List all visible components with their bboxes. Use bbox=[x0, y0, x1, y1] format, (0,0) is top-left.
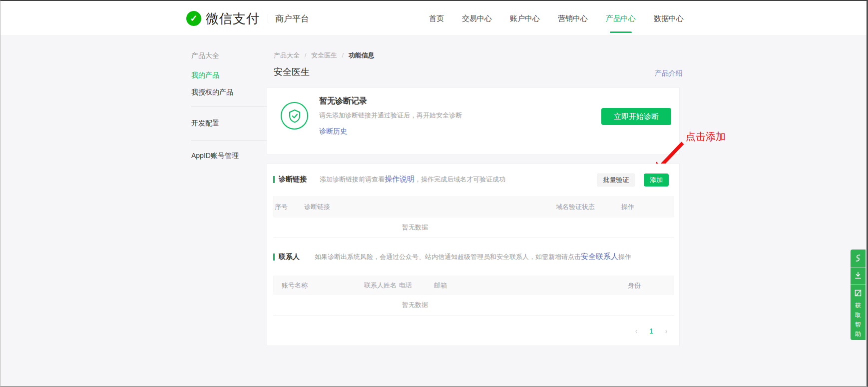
empty-data-row: 暂无数据 bbox=[273, 295, 674, 316]
sidebar-item-all-products[interactable]: 产品大全 bbox=[191, 52, 219, 60]
top-header: ✓ 微信支付 商户平台 首页 交易中心 账户中心 营销中心 产品中心 数据中心 bbox=[0, 1, 867, 36]
diagnosis-history-link[interactable]: 诊断历史 bbox=[319, 127, 347, 136]
logo-divider bbox=[268, 14, 268, 23]
link-section-header: 诊断链接 添加诊断链接前请查看操作说明，操作完成后域名才可验证成功 bbox=[273, 174, 505, 184]
contact-section-title: 联系人 bbox=[279, 252, 300, 262]
section-accent-bar bbox=[273, 254, 275, 260]
sidebar-item-appid-management[interactable]: AppID账号管理 bbox=[191, 152, 239, 160]
widget-separator bbox=[851, 284, 866, 285]
diagnosis-empty-title: 暂无诊断记录 bbox=[319, 96, 367, 106]
col-phone: 电话 bbox=[399, 281, 434, 290]
link-section-title: 诊断链接 bbox=[279, 175, 307, 184]
link-desc-suffix: ，操作完成后域名才可验证成功 bbox=[415, 176, 505, 183]
wechat-pay-logo-icon: ✓ bbox=[186, 11, 201, 26]
col-identity: 身份 bbox=[628, 281, 674, 290]
nav-item-trade-center[interactable]: 交易中心 bbox=[453, 1, 501, 36]
sidebar-divider bbox=[191, 106, 268, 107]
pagination-page-1[interactable]: 1 bbox=[645, 325, 657, 337]
get-help-button[interactable]: 获取帮助 bbox=[851, 301, 866, 339]
add-link-button[interactable]: 添加 bbox=[644, 174, 669, 186]
nav-item-account-center[interactable]: 账户中心 bbox=[501, 1, 549, 36]
nav-item-marketing-center[interactable]: 营销中心 bbox=[549, 1, 597, 36]
col-serial: 序号 bbox=[273, 202, 304, 212]
main-content-card: 诊断链接 添加诊断链接前请查看操作说明，操作完成后域名才可验证成功 批量验证 添… bbox=[267, 164, 680, 346]
col-email: 邮箱 bbox=[434, 281, 628, 290]
contact-section-desc: 如果诊断出系统风险，会通过公众号、站内信通知超级管理员和安全联系人，如需新增请点… bbox=[315, 252, 631, 262]
pagination: ‹ 1 › bbox=[630, 325, 672, 337]
product-intro-link[interactable]: 产品介绍 bbox=[655, 69, 683, 78]
top-nav: 首页 交易中心 账户中心 营销中心 产品中心 数据中心 bbox=[420, 1, 693, 36]
contact-section-header: 联系人 如果诊断出系统风险，会通过公众号、站内信通知超级管理员和安全联系人，如需… bbox=[273, 252, 631, 262]
help-float-widget: 获取帮助 bbox=[851, 250, 866, 340]
nav-item-product-center[interactable]: 产品中心 bbox=[597, 1, 645, 36]
sidebar-divider bbox=[191, 140, 268, 141]
security-contact-link[interactable]: 安全联系人 bbox=[581, 252, 618, 260]
download-icon[interactable] bbox=[851, 272, 866, 280]
col-action: 操作 bbox=[621, 202, 674, 212]
contacts-table: 账号名称 联系人姓名 电话 邮箱 身份 暂无数据 bbox=[273, 276, 674, 316]
page-title: 安全医生 bbox=[274, 66, 310, 78]
table-header-row: 序号 诊断链接 域名验证状态 操作 bbox=[273, 196, 674, 218]
diagnosis-empty-subtitle: 请先添加诊断链接并通过验证后，再开始安全诊断 bbox=[319, 111, 462, 120]
brand-name: 微信支付 bbox=[206, 10, 260, 28]
empty-data-row: 暂无数据 bbox=[273, 218, 674, 238]
app-window: ✓ 微信支付 商户平台 首页 交易中心 账户中心 营销中心 产品中心 数据中心 … bbox=[0, 0, 868, 387]
diagnosis-summary-card: 暂无诊断记录 请先添加诊断链接并通过验证后，再开始安全诊断 诊断历史 立即开始诊… bbox=[267, 88, 680, 154]
col-diagnosis-link: 诊断链接 bbox=[304, 202, 556, 212]
table-header-row: 账号名称 联系人姓名 电话 邮箱 身份 bbox=[273, 276, 674, 295]
breadcrumb: 产品大全 / 安全医生 / 功能信息 bbox=[274, 51, 375, 60]
section-accent-bar bbox=[273, 176, 275, 183]
annotation-click-add: 点击添加 bbox=[686, 130, 726, 144]
breadcrumb-all-products[interactable]: 产品大全 bbox=[274, 52, 300, 59]
batch-verify-button[interactable]: 批量验证 bbox=[597, 174, 635, 186]
brand-logo[interactable]: ✓ 微信支付 商户平台 bbox=[186, 1, 309, 36]
service-link-icon[interactable] bbox=[851, 254, 866, 262]
breadcrumb-separator: / bbox=[305, 52, 307, 59]
breadcrumb-separator: / bbox=[342, 52, 344, 59]
breadcrumb-security-doctor[interactable]: 安全医生 bbox=[311, 52, 337, 59]
nav-item-data-center[interactable]: 数据中心 bbox=[645, 1, 693, 36]
col-domain-verify-status: 域名验证状态 bbox=[556, 202, 621, 212]
col-contact-name: 联系人姓名 bbox=[364, 281, 399, 290]
check-icon: ✓ bbox=[190, 13, 197, 24]
operation-guide-link[interactable]: 操作说明 bbox=[385, 174, 415, 183]
widget-separator bbox=[851, 267, 866, 268]
pagination-prev-button[interactable]: ‹ bbox=[630, 325, 642, 337]
portal-label: 商户平台 bbox=[275, 13, 309, 24]
contact-desc-suffix: 操作 bbox=[618, 253, 631, 260]
pagination-next-button[interactable]: › bbox=[660, 325, 672, 337]
link-desc-prefix: 添加诊断链接前请查看 bbox=[320, 176, 385, 183]
sidebar-item-authorized-products[interactable]: 我授权的产品 bbox=[191, 88, 233, 97]
link-section-desc: 添加诊断链接前请查看操作说明，操作完成后域名才可验证成功 bbox=[320, 174, 505, 184]
breadcrumb-function-info: 功能信息 bbox=[349, 52, 375, 59]
empty-data-text: 暂无数据 bbox=[273, 223, 557, 232]
shield-check-icon bbox=[281, 102, 308, 130]
start-diagnosis-button[interactable]: 立即开始诊断 bbox=[601, 108, 671, 125]
feedback-edit-icon[interactable] bbox=[851, 289, 866, 297]
sidebar-item-my-products[interactable]: 我的产品 bbox=[191, 71, 219, 80]
contact-desc-prefix: 如果诊断出系统风险，会通过公众号、站内信通知超级管理员和安全联系人，如需新增请点… bbox=[315, 253, 581, 260]
empty-data-text: 暂无数据 bbox=[273, 300, 557, 310]
sidebar-item-dev-config[interactable]: 开发配置 bbox=[191, 119, 219, 128]
diagnosis-links-table: 序号 诊断链接 域名验证状态 操作 暂无数据 bbox=[273, 196, 674, 238]
nav-item-home[interactable]: 首页 bbox=[420, 1, 453, 36]
col-account-name: 账号名称 bbox=[273, 281, 364, 290]
